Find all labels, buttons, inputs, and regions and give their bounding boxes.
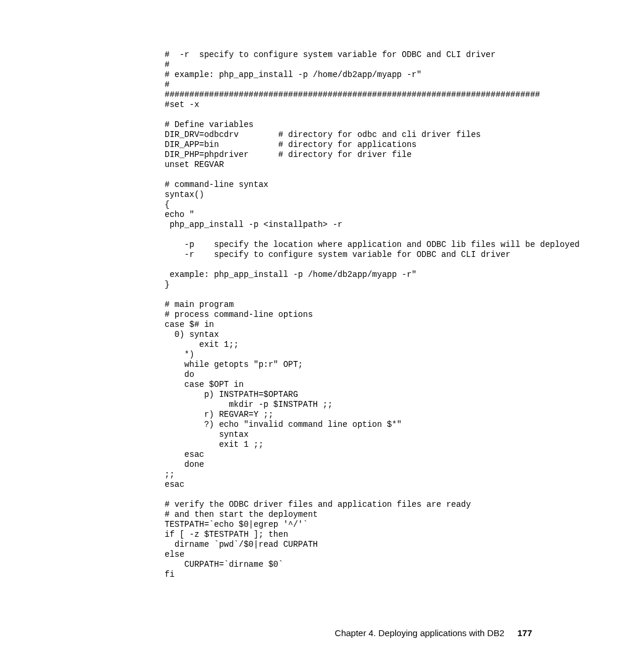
page-number: 177: [517, 628, 532, 638]
page-footer: Chapter 4. Deploying applications with D…: [335, 628, 532, 638]
page: # -r specify to configure system variabl…: [0, 0, 635, 672]
chapter-title: Chapter 4. Deploying applications with D…: [335, 628, 504, 638]
code-listing: # -r specify to configure system variabl…: [165, 50, 635, 580]
